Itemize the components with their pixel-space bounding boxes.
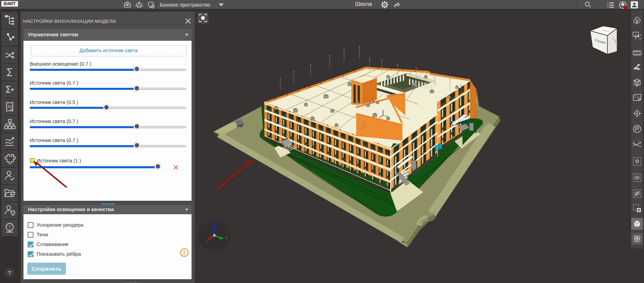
svg-text:2D: 2D — [8, 105, 12, 109]
svg-text:2: 2 — [638, 140, 640, 142]
svg-text:X: X — [206, 240, 208, 244]
svg-text:Z: Z — [213, 222, 215, 226]
svg-text:1: 1 — [633, 141, 635, 143]
svg-text:Y: Y — [225, 236, 228, 240]
